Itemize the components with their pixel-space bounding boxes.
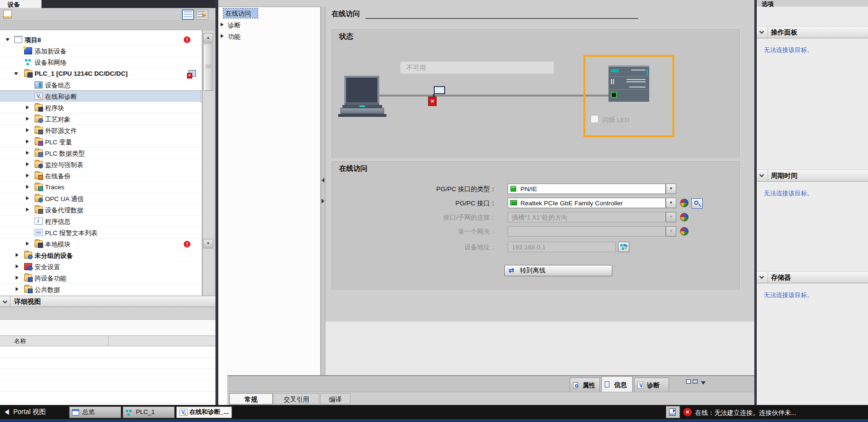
tree-item-project[interactable]: 项目8! [0,34,201,45]
tab-devices[interactable]: 设备 [0,0,42,8]
collapse-chevron-icon[interactable] [0,296,10,307]
tree-item-opc-ua[interactable]: OPC UA 通信 [0,193,201,204]
tree-item-traces[interactable]: Traces [0,182,201,193]
plc-folder-icon [24,70,32,77]
tree-item-local-modules[interactable]: 本地模块! [0,238,201,250]
accessible-nodes-icon[interactable] [680,213,689,221]
traces-icon [35,184,43,191]
section-cycle-time[interactable]: 周期时间 [757,169,868,182]
scrollbar-thumb[interactable] [203,44,213,91]
go-offline-button[interactable]: ⇄转到离线 [504,265,612,276]
collapse-chevron-icon[interactable] [757,272,768,283]
new-document-icon[interactable] [3,10,12,18]
expand-right-icon[interactable] [221,23,224,26]
float-panel-icon[interactable] [686,379,691,384]
expand-down-icon[interactable] [6,38,9,41]
editor-button-overview[interactable]: 总览 [69,406,121,418]
status-panel [331,29,740,158]
ungrouped-devices-icon [24,252,32,259]
interface-dropdown-button[interactable]: ▼ [666,198,676,208]
expand-right-icon[interactable] [26,208,29,211]
section-operator-panel[interactable]: 操作面板 [757,26,868,38]
collapse-chevron-icon[interactable] [757,26,768,38]
tab-properties[interactable]: 属性 [570,378,600,392]
network-icon [126,410,128,412]
tree-item-watch-tables[interactable]: 监控与强制表 [0,159,201,170]
tree-item-devices-networks[interactable]: 设备和网络 [0,57,201,68]
nav-item-functions[interactable]: 功能 [228,33,241,41]
expand-right-icon[interactable] [26,162,29,166]
tree-item-online-diagnostics[interactable]: 在线和诊断 [0,91,201,102]
table-view-toggle-button[interactable] [182,9,194,20]
editor-button-online-diagnostics[interactable]: 在线和诊断_... [176,406,232,418]
expand-right-icon[interactable] [26,140,29,143]
expand-right-icon[interactable] [26,106,29,109]
accessible-nodes-icon[interactable] [680,227,689,236]
expand-right-icon[interactable] [26,196,29,200]
nav-item-online-access[interactable]: 在线访问 [224,9,258,18]
tree-item-cross-device[interactable]: 跨设备功能 [0,273,201,284]
expand-right-icon[interactable] [26,151,29,155]
collapse-left-icon[interactable] [322,178,324,183]
expand-right-icon[interactable] [221,34,224,38]
nav-item-diagnostics[interactable]: 诊断 [228,21,241,30]
search-interface-button[interactable] [691,198,703,209]
tree-item-security-settings[interactable]: 安全设置 [0,261,201,273]
details-view-header[interactable]: 详细视图 [0,296,215,307]
pgpc-interface-type-select[interactable]: PN/IE [508,184,666,194]
scroll-down-button[interactable]: ▼ [203,239,213,248]
section-memory[interactable]: 存储器 [757,271,868,283]
expand-right-icon[interactable] [322,199,324,203]
subtab-general[interactable]: 常规 [229,393,273,404]
subtab-cross-references[interactable]: 交叉引用 [274,393,319,404]
tree-item-program-info[interactable]: 程序信息 [0,216,201,227]
expand-right-icon[interactable] [26,174,29,177]
panel-menu-chevron-icon[interactable] [701,381,706,385]
tree-item-plc1[interactable]: PLC_1 [CPU 1214C DC/DC/DC] [0,68,201,79]
export-table-button[interactable] [196,9,208,20]
expand-right-icon[interactable] [16,253,18,257]
online-access-section-title: 在线访问 [339,164,367,173]
expand-down-icon[interactable] [14,72,18,75]
tree-item-plc-data-types[interactable]: PLC 数据类型 [0,148,201,159]
tree-item-online-backups[interactable]: 在线备份 [0,170,201,182]
program-info-icon [35,218,43,225]
tree-item-common-data[interactable]: 公共数据 [0,284,201,295]
accessible-devices-button[interactable]: ? [618,242,629,252]
portal-view-link[interactable]: Portal 视图 [13,408,45,416]
tree-item-program-blocks[interactable]: 程序块 [0,102,201,114]
tree-item-ungrouped-devices[interactable]: 未分组的设备 [0,250,201,261]
subtab-compile[interactable]: 编译 [320,393,350,404]
details-view-column-header[interactable]: 名称 [0,335,215,346]
tree-item-tech-objects[interactable]: 工艺对象 [0,114,201,125]
status-detail-button[interactable] [666,406,680,418]
tree-item-plc-tags[interactable]: PLC 变量 [0,136,201,148]
tree-item-add-device[interactable]: 添加新设备 [0,45,201,57]
operator-panel-message: 无法连接该目标。 [764,46,813,54]
accessible-nodes-icon[interactable] [680,199,689,207]
expand-right-icon[interactable] [16,276,18,280]
panel-list-icon[interactable] [693,379,698,384]
expand-right-icon[interactable] [26,117,29,121]
editor-button-plc1[interactable]: PLC_1 [123,406,175,418]
expand-right-icon[interactable] [26,128,29,132]
scroll-up-button[interactable]: ▲ [203,33,213,43]
interface-type-dropdown-button[interactable]: ▼ [666,184,676,194]
tab-diagnostics[interactable]: 诊断 [634,378,669,392]
expand-right-icon[interactable] [16,287,18,291]
tree-item-device-proxy[interactable]: 设备代理数据 [0,204,201,216]
expand-right-icon[interactable] [26,242,29,246]
flash-led-checkbox[interactable] [591,115,599,123]
tab-info[interactable]: 信息 [601,376,633,392]
expand-right-icon[interactable] [16,264,18,268]
tree-item-device-config[interactable]: 设备组态 [0,79,201,91]
portal-back-icon[interactable] [5,409,9,415]
network-icon [24,59,32,66]
pgpc-interface-select[interactable]: Realtek PCIe GbE Family Controller [508,198,666,208]
expand-right-icon[interactable] [26,185,29,189]
collapse-chevron-icon[interactable] [757,170,768,181]
column-divider[interactable] [108,336,108,346]
tree-item-external-sources[interactable]: 外部源文件 [0,125,201,136]
splitter[interactable] [321,7,325,375]
tree-item-alarm-text-lists[interactable]: PLC 报警文本列表 [0,227,201,238]
